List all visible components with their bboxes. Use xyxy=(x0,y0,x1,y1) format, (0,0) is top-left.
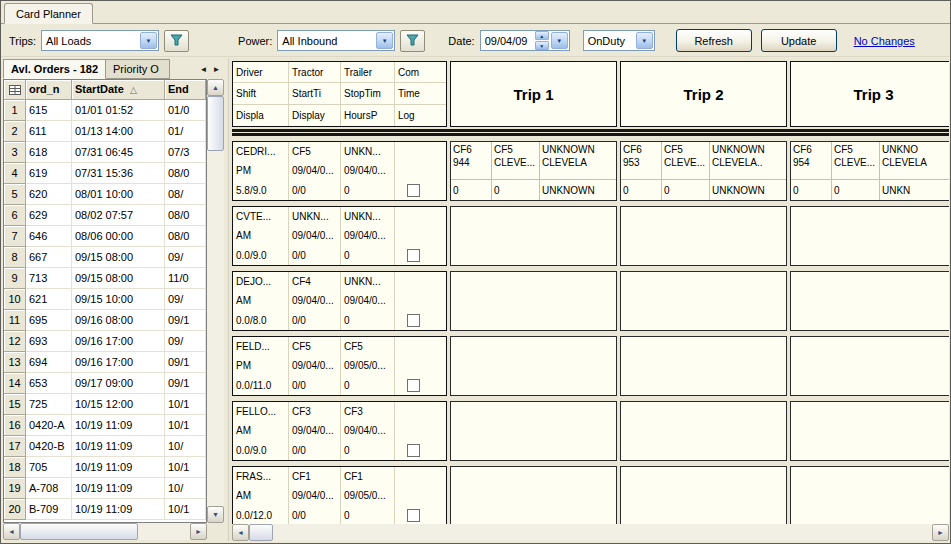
driver-log-checkbox[interactable] xyxy=(407,184,420,197)
order-row-number[interactable]: 20 xyxy=(4,499,26,520)
order-row-number[interactable]: 7 xyxy=(4,226,26,247)
trip-3-cell[interactable] xyxy=(790,466,949,524)
order-row-number[interactable]: 3 xyxy=(4,142,26,163)
order-row-number[interactable]: 8 xyxy=(4,247,26,268)
trip-2-cell[interactable] xyxy=(620,401,787,461)
trip-1-cell[interactable] xyxy=(450,401,617,461)
scroll-down-button[interactable]: ▼ xyxy=(207,506,224,523)
order-row-number[interactable]: 19 xyxy=(4,478,26,499)
trips-filter-button[interactable] xyxy=(164,30,189,52)
update-button[interactable]: Update xyxy=(761,29,837,52)
driver-card[interactable]: CEDRI... PM 5.8/9.0 CF5 09/04/0... 0/0 U… xyxy=(232,141,447,201)
trip-2-cell[interactable] xyxy=(620,271,787,331)
trips-dropdown-button[interactable]: ▼ xyxy=(140,32,157,49)
order-row[interactable]: 1 615 01/01 01:52 01/0 xyxy=(4,100,206,121)
order-row-number[interactable]: 16 xyxy=(4,415,26,436)
driver-log-checkbox[interactable] xyxy=(407,379,420,392)
order-row-number[interactable]: 15 xyxy=(4,394,26,415)
trip-1-cell[interactable]: CF6 944 CF5 CLEVE... UNKNOWN CLEVELA xyxy=(450,141,617,201)
duty-dropdown-button[interactable]: ▼ xyxy=(636,32,653,49)
no-changes-link[interactable]: No Changes xyxy=(854,35,915,47)
order-row[interactable]: 13 694 09/16 17:00 09/1 xyxy=(4,352,206,373)
planner-horizontal-scrollbar[interactable]: ◄ ► xyxy=(232,524,949,541)
column-header-ord-n[interactable]: ord_n xyxy=(26,80,72,100)
order-row-number[interactable]: 11 xyxy=(4,310,26,331)
scroll-right-button[interactable]: ► xyxy=(932,524,949,541)
driver-log-checkbox[interactable] xyxy=(407,249,420,262)
tab-scroll-left-button[interactable]: ◄ xyxy=(197,62,210,76)
orders-horizontal-scrollbar[interactable]: ◄ ► xyxy=(3,523,207,540)
order-row-number[interactable]: 18 xyxy=(4,457,26,478)
order-row[interactable]: 8 667 09/15 08:00 09/ xyxy=(4,247,206,268)
refresh-button[interactable]: Refresh xyxy=(676,29,752,52)
scrollbar-track[interactable] xyxy=(20,523,190,540)
trip-1-cell[interactable] xyxy=(450,336,617,396)
tab-card-planner[interactable]: Card Planner xyxy=(4,3,93,24)
trip-1-cell[interactable] xyxy=(450,206,617,266)
trip-3-cell[interactable] xyxy=(790,206,949,266)
order-row-number[interactable]: 4 xyxy=(4,163,26,184)
duty-combobox[interactable]: OnDuty ▼ xyxy=(583,30,655,51)
power-filter-button[interactable] xyxy=(400,30,425,52)
trip-2-cell[interactable] xyxy=(620,206,787,266)
order-row[interactable]: 17 0420-B 10/19 11:09 10/ xyxy=(4,436,206,457)
order-row-number[interactable]: 14 xyxy=(4,373,26,394)
power-combobox[interactable]: All Inbound ▼ xyxy=(277,30,395,51)
column-header-end[interactable]: End xyxy=(165,80,206,100)
trip-2-cell[interactable] xyxy=(620,466,787,524)
order-row-number[interactable]: 13 xyxy=(4,352,26,373)
trip-3-cell[interactable] xyxy=(790,401,949,461)
driver-log-checkbox[interactable] xyxy=(407,509,420,522)
trip-2-cell[interactable] xyxy=(620,336,787,396)
scrollbar-thumb[interactable] xyxy=(207,96,224,151)
order-row[interactable]: 6 629 08/02 07:57 08/0 xyxy=(4,205,206,226)
order-row-number[interactable]: 1 xyxy=(4,100,26,121)
driver-card[interactable]: DEJO... AM 0.0/8.0 CF4 09/04/0... 0/0 UN… xyxy=(232,271,447,331)
order-row-number[interactable]: 5 xyxy=(4,184,26,205)
scrollbar-thumb[interactable] xyxy=(20,523,138,540)
trip-3-cell[interactable] xyxy=(790,271,949,331)
order-row[interactable]: 3 618 07/31 06:45 07/3 xyxy=(4,142,206,163)
order-row[interactable]: 12 693 09/16 17:00 09/ xyxy=(4,331,206,352)
order-row[interactable]: 10 621 09/15 10:00 09/ xyxy=(4,289,206,310)
order-row[interactable]: 11 695 09/16 08:00 09/1 xyxy=(4,310,206,331)
driver-log-checkbox[interactable] xyxy=(407,314,420,327)
order-row[interactable]: 2 611 01/13 14:00 01/ xyxy=(4,121,206,142)
date-dropdown-button[interactable]: ▼ xyxy=(551,32,568,49)
order-row[interactable]: 15 725 10/15 12:00 10/1 xyxy=(4,394,206,415)
trip-2-cell[interactable]: CF6 953 CF5 CLEVE... UNKNOWN CLEVELA.. xyxy=(620,141,787,201)
date-spin-down-button[interactable]: ▼ xyxy=(535,41,549,50)
driver-card[interactable]: CVTE... AM 0.0/9.0 UNKN... 09/04/0... 0/… xyxy=(232,206,447,266)
column-header-startdate[interactable]: StartDate △ xyxy=(72,80,165,100)
trip-3-cell[interactable]: CF6 954 CF5 CLEVE... UNKNO CLEVELA xyxy=(790,141,949,201)
order-row-number[interactable]: 6 xyxy=(4,205,26,226)
order-row[interactable]: 16 0420-A 10/19 11:09 10/1 xyxy=(4,415,206,436)
trip-3-cell[interactable] xyxy=(790,336,949,396)
order-row[interactable]: 7 646 08/06 00:00 08/0 xyxy=(4,226,206,247)
trips-combobox[interactable]: All Loads ▼ xyxy=(41,30,159,51)
scrollbar-track[interactable] xyxy=(249,524,932,541)
trip-1-cell[interactable] xyxy=(450,466,617,524)
driver-log-checkbox[interactable] xyxy=(407,444,420,457)
order-row[interactable]: 5 620 08/01 10:00 08/ xyxy=(4,184,206,205)
order-row[interactable]: 18 705 10/19 11:09 10/1 xyxy=(4,457,206,478)
tab-priority-orders[interactable]: Priority O xyxy=(106,59,170,79)
tab-available-orders[interactable]: Avl. Orders - 182 xyxy=(3,59,106,79)
order-row-number[interactable]: 10 xyxy=(4,289,26,310)
date-field[interactable]: 09/04/09 ▲ ▼ ▼ xyxy=(480,30,570,51)
power-dropdown-button[interactable]: ▼ xyxy=(376,32,393,49)
order-row[interactable]: 4 619 07/31 15:36 08/0 xyxy=(4,163,206,184)
scroll-up-button[interactable]: ▲ xyxy=(207,79,224,96)
driver-card[interactable]: FELLO... AM 0.0/9.0 CF3 09/04/0... 0/0 C… xyxy=(232,401,447,461)
tab-scroll-right-button[interactable]: ► xyxy=(210,62,223,76)
order-row-number[interactable]: 2 xyxy=(4,121,26,142)
scroll-right-button[interactable]: ► xyxy=(190,523,207,540)
scrollbar-track[interactable] xyxy=(207,96,224,506)
orders-vertical-scrollbar[interactable]: ▲ ▼ xyxy=(207,79,224,523)
column-picker-header[interactable] xyxy=(4,80,26,100)
date-spin-up-button[interactable]: ▲ xyxy=(535,31,549,40)
scroll-left-button[interactable]: ◄ xyxy=(232,524,249,541)
order-row-number[interactable]: 12 xyxy=(4,331,26,352)
trip-1-cell[interactable] xyxy=(450,271,617,331)
order-row[interactable]: 9 713 09/15 08:00 11/0 xyxy=(4,268,206,289)
